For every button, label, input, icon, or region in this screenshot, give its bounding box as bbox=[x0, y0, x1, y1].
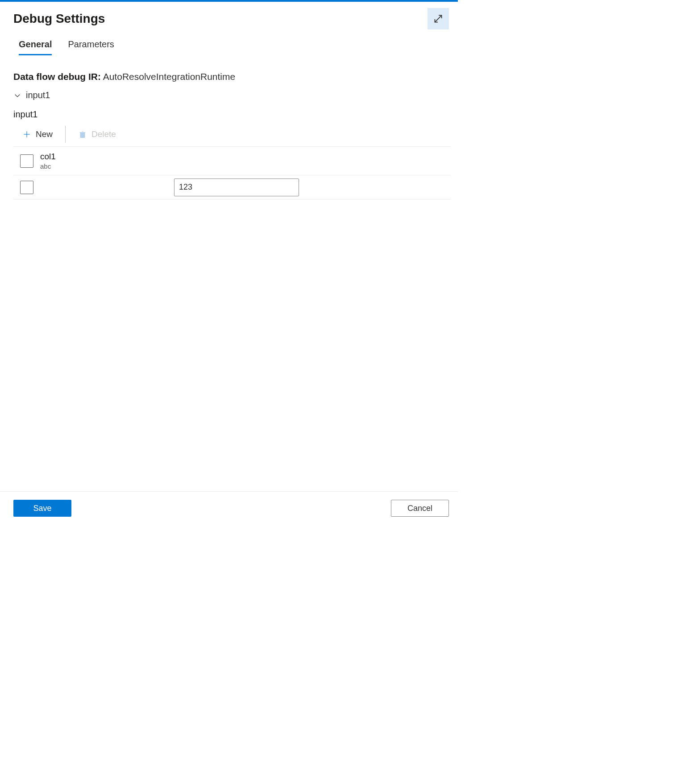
trash-icon bbox=[78, 129, 87, 139]
delete-button: Delete bbox=[74, 128, 120, 141]
checkbox-cell bbox=[13, 154, 40, 168]
cancel-button[interactable]: Cancel bbox=[391, 500, 449, 517]
tab-parameters[interactable]: Parameters bbox=[68, 39, 114, 55]
tab-general[interactable]: General bbox=[19, 39, 52, 55]
debug-ir-value: AutoResolveIntegrationRuntime bbox=[103, 71, 236, 82]
table-row bbox=[13, 175, 451, 199]
page-title: Debug Settings bbox=[13, 12, 105, 26]
sub-heading: input1 bbox=[13, 109, 451, 120]
column-header: col1 abc bbox=[40, 152, 451, 170]
expand-button[interactable] bbox=[428, 8, 449, 29]
row-checkbox[interactable] bbox=[20, 181, 33, 194]
svg-line-0 bbox=[435, 15, 441, 22]
delete-button-label: Delete bbox=[91, 129, 116, 139]
debug-ir-label: Data flow debug IR: bbox=[13, 71, 101, 82]
new-button-label: New bbox=[36, 129, 53, 139]
debug-ir-row: Data flow debug IR: AutoResolveIntegrati… bbox=[13, 71, 451, 82]
section-toggle[interactable]: input1 bbox=[13, 90, 451, 100]
svg-rect-3 bbox=[80, 133, 85, 138]
save-button[interactable]: Save bbox=[13, 500, 71, 517]
footer: Save Cancel bbox=[0, 491, 458, 525]
select-all-checkbox[interactable] bbox=[20, 154, 33, 168]
header-row: Debug Settings bbox=[0, 2, 458, 32]
column-sample: abc bbox=[40, 162, 451, 170]
expand-icon bbox=[432, 13, 444, 25]
tablist: General Parameters bbox=[0, 32, 458, 55]
section-name: input1 bbox=[26, 90, 50, 100]
table: col1 abc bbox=[13, 147, 451, 199]
toolbar: New Delete bbox=[13, 124, 451, 147]
value-cell bbox=[174, 178, 308, 196]
plus-icon bbox=[22, 130, 31, 139]
chevron-down-icon bbox=[13, 91, 21, 100]
table-header-row: col1 abc bbox=[13, 147, 451, 175]
toolbar-divider bbox=[65, 126, 66, 143]
value-input[interactable] bbox=[174, 178, 299, 196]
column-name: col1 bbox=[40, 152, 451, 162]
new-button[interactable]: New bbox=[18, 128, 57, 141]
content-area: Data flow debug IR: AutoResolveIntegrati… bbox=[0, 58, 458, 491]
checkbox-cell bbox=[13, 181, 40, 194]
